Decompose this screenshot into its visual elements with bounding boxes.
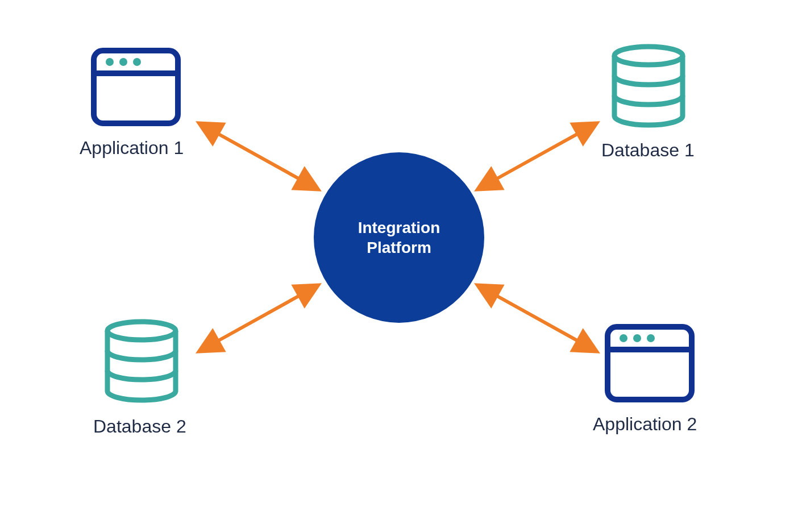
connector-arrow	[486, 128, 588, 185]
database-icon	[609, 43, 688, 128]
svg-point-5	[614, 47, 683, 65]
hub-label: Integration Platform	[358, 218, 440, 257]
connector-arrow	[207, 128, 310, 185]
svg-point-10	[633, 334, 641, 342]
svg-point-3	[119, 58, 127, 66]
hub-node: Integration Platform	[314, 152, 484, 323]
svg-point-9	[620, 334, 627, 342]
application-icon	[90, 47, 181, 127]
application-icon	[604, 323, 695, 403]
svg-point-4	[133, 58, 141, 66]
svg-point-6	[107, 322, 176, 340]
node-label-app1: Application 1	[80, 138, 184, 159]
svg-point-11	[647, 334, 655, 342]
node-label-db2: Database 2	[93, 416, 186, 437]
connector-arrow	[207, 290, 310, 347]
node-label-app2: Application 2	[593, 414, 697, 435]
svg-point-2	[106, 58, 114, 66]
database-icon	[102, 318, 181, 404]
diagram-canvas: Integration Platform Application 1 Datab…	[0, 0, 798, 532]
node-label-db1: Database 1	[601, 140, 695, 161]
connector-arrow	[486, 290, 588, 347]
